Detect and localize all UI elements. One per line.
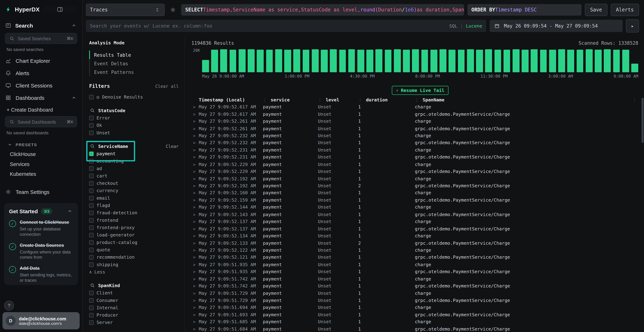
expand-row-icon[interactable]: >: [192, 112, 199, 116]
checkbox[interactable]: [89, 240, 94, 244]
table-row[interactable]: >May 27 9:09:52.160 AMpaymentUnset1charg…: [192, 190, 638, 196]
expand-row-icon[interactable]: >: [192, 220, 199, 224]
facet-header-spankind[interactable]: SpanKind: [89, 282, 179, 289]
table-row[interactable]: >May 27 9:09:52.261 AMpaymentUnset1grpc.…: [192, 125, 638, 132]
checkbox[interactable]: [89, 248, 94, 252]
table-row[interactable]: >May 27 9:09:51.685 AMpaymentUnset1charg…: [192, 318, 638, 326]
checkbox[interactable]: [89, 210, 94, 215]
sql-orderby-input[interactable]: ORDER BY Timestamp DESC: [467, 4, 582, 16]
table-row[interactable]: >May 27 9:09:51.935 AMpaymentUnset1grpc.…: [192, 268, 638, 275]
collapse-sidebar-icon[interactable]: [43, 6, 77, 13]
checkbox[interactable]: [89, 181, 94, 185]
get-started-step[interactable]: ✓Add DataStart sending logs, metrics, or…: [9, 266, 73, 284]
expand-row-icon[interactable]: >: [192, 140, 199, 145]
expand-row-icon[interactable]: >: [192, 241, 199, 246]
column-header-timestamp-local-[interactable]: Timestamp (Local): [199, 97, 263, 103]
facet-header-servicename[interactable]: ServiceNameClear: [89, 142, 179, 150]
create-dashboard-button[interactable]: + Create Dashboard: [0, 104, 82, 116]
saved-searches-input[interactable]: Saved Searches ⌘K: [5, 33, 77, 44]
expand-row-icon[interactable]: >: [192, 234, 199, 238]
preset-item-clickhouse[interactable]: ClickHouse: [0, 150, 82, 160]
facet-option-accounting[interactable]: accounting: [89, 157, 179, 164]
sidebar-item-dashboards[interactable]: Dashboards: [0, 92, 82, 104]
facet-option-product-catalog[interactable]: product-catalog: [89, 238, 179, 246]
facet-option-quote[interactable]: quote: [89, 246, 179, 253]
get-started-header[interactable]: Get Started 3/3: [9, 208, 73, 214]
table-row[interactable]: >May 27 9:09:52.192 AMpaymentUnset1charg…: [192, 175, 638, 182]
facet-option-cart[interactable]: cart: [89, 172, 179, 180]
save-button[interactable]: Save: [585, 4, 607, 16]
checkbox[interactable]: [89, 225, 94, 230]
analysis-mode-event-deltas[interactable]: Event Deltas: [89, 59, 179, 68]
facet-option-recommendation[interactable]: recommendation: [89, 254, 179, 261]
table-row[interactable]: >May 27 9:09:52.231 AMpaymentUnset1grpc.…: [192, 154, 638, 161]
expand-row-icon[interactable]: >: [192, 227, 199, 231]
table-row[interactable]: >May 27 9:09:52.229 AMpaymentUnset1charg…: [192, 161, 638, 168]
denoise-results-option[interactable]: ◎ Denoise Results: [89, 93, 179, 100]
expand-row-icon[interactable]: >: [192, 169, 199, 174]
sidebar-section-search[interactable]: Search: [0, 19, 82, 32]
source-settings-button[interactable]: [168, 5, 178, 15]
checkbox[interactable]: [89, 262, 94, 267]
presets-toggle[interactable]: PRESETS: [0, 138, 82, 149]
checkbox[interactable]: [89, 174, 94, 178]
checkbox[interactable]: [89, 196, 94, 200]
table-row[interactable]: >May 27 9:09:52.159 AMpaymentUnset1grpc.…: [192, 196, 638, 204]
table-row[interactable]: >May 27 9:09:51.694 AMpaymentUnset1charg…: [192, 304, 638, 311]
expand-row-icon[interactable]: >: [192, 148, 199, 152]
expand-row-icon[interactable]: >: [192, 119, 199, 124]
checkbox[interactable]: [89, 305, 94, 310]
checkbox[interactable]: [89, 255, 94, 260]
checkbox[interactable]: [89, 218, 94, 222]
checkbox[interactable]: [89, 166, 94, 171]
facet-option-checkout[interactable]: checkout: [89, 180, 179, 187]
table-row[interactable]: >May 27 9:09:52.137 AMpaymentUnset1charg…: [192, 218, 638, 225]
sidebar-item-chart-explorer[interactable]: Chart Explorer: [0, 54, 82, 67]
clear-filter-link[interactable]: Clear: [166, 144, 179, 149]
get-started-step[interactable]: ✓Connect to ClickHouseSet up your databa…: [9, 220, 73, 237]
facet-option-server[interactable]: Server: [89, 319, 179, 326]
scrollbar-thumb[interactable]: [642, 98, 644, 143]
analysis-mode-event-patterns[interactable]: Event Patterns: [89, 68, 179, 76]
get-started-step[interactable]: ✓Create Data SourcesConfigure where your…: [9, 243, 73, 260]
table-row[interactable]: >May 27 9:09:51.693 AMpaymentUnset1grpc.…: [192, 311, 638, 318]
column-separator-icon[interactable]: ⋮: [358, 98, 362, 102]
clear-all-filters-link[interactable]: Clear all: [155, 84, 179, 89]
table-row[interactable]: >May 27 9:09:52.192 AMpaymentUnset2grpc.…: [192, 182, 638, 190]
table-row[interactable]: >May 27 9:09:51.729 AMpaymentUnset1grpc.…: [192, 297, 638, 304]
facet-option-currency[interactable]: currency: [89, 187, 179, 194]
expand-row-icon[interactable]: >: [192, 184, 199, 188]
expand-row-icon[interactable]: >: [192, 327, 199, 331]
column-header-spanname[interactable]: ⋮SpanName: [415, 97, 632, 103]
table-row[interactable]: >May 27 9:09:52.261 AMpaymentUnset1charg…: [192, 118, 638, 125]
facet-option-payment[interactable]: ✓payment: [89, 150, 179, 157]
expand-row-icon[interactable]: >: [192, 105, 199, 109]
facet-option-shipping[interactable]: shipping: [89, 261, 179, 268]
column-separator-icon[interactable]: ⋮: [263, 98, 267, 102]
checkbox[interactable]: [89, 233, 94, 237]
expand-row-icon[interactable]: >: [192, 312, 199, 317]
checkbox[interactable]: [89, 313, 94, 317]
facet-option-frontend-proxy[interactable]: frontend-proxy: [89, 224, 179, 231]
expand-row-icon[interactable]: >: [192, 205, 199, 210]
expand-row-icon[interactable]: >: [192, 198, 199, 202]
expand-row-icon[interactable]: >: [192, 255, 199, 260]
table-row[interactable]: >May 27 9:09:51.935 AMpaymentUnset1charg…: [192, 261, 638, 268]
facet-option-internal[interactable]: Internal: [89, 304, 179, 311]
table-row[interactable]: >May 27 9:09:51.729 AMpaymentUnset1charg…: [192, 290, 638, 297]
expand-row-icon[interactable]: >: [192, 155, 199, 160]
table-row[interactable]: >May 27 9:09:51.742 AMpaymentUnset1grpc.…: [192, 282, 638, 290]
show-less-link[interactable]: ∧Less: [89, 268, 179, 276]
facet-option-load-generator[interactable]: load-generator: [89, 231, 179, 238]
expand-row-icon[interactable]: >: [192, 134, 199, 138]
resume-live-tail-button[interactable]: ⚡ Resume Live Tail: [392, 86, 448, 95]
checkbox[interactable]: [89, 130, 94, 135]
analysis-mode-results-table[interactable]: Results Table: [89, 50, 179, 59]
expand-row-icon[interactable]: >: [192, 176, 199, 181]
events-histogram[interactable]: 28K: [192, 49, 638, 72]
facet-option-producer[interactable]: Producer: [89, 311, 179, 318]
facet-option-frontend[interactable]: frontend: [89, 216, 179, 224]
column-header-level[interactable]: ⋮level: [318, 97, 358, 103]
facet-option-ad[interactable]: ad: [89, 165, 179, 172]
table-row[interactable]: >May 27 9:09:52.617 AMpaymentUnset1charg…: [192, 104, 638, 111]
